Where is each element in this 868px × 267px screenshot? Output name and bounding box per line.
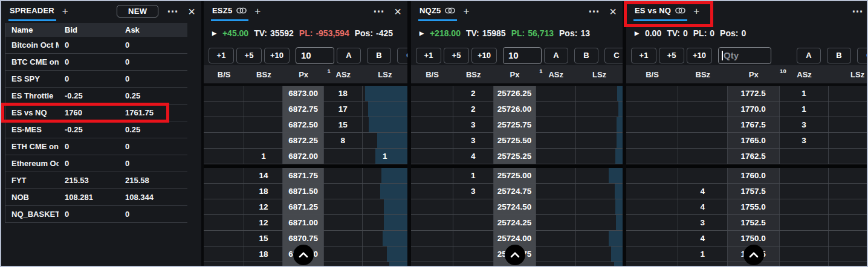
price-cell[interactable]: 6872.00	[283, 149, 323, 164]
buy-sell-cell[interactable]	[411, 246, 453, 262]
buy-sell-cell[interactable]	[626, 133, 678, 148]
bid-size-cell[interactable]: 1	[244, 149, 283, 164]
ask-size-cell[interactable]	[324, 231, 363, 246]
spreader-row[interactable]: FYT215.53215.58	[5, 172, 187, 189]
last-size-cell[interactable]	[363, 231, 407, 246]
new-spread-button[interactable]: NEW	[117, 5, 158, 18]
ask-size-cell[interactable]	[780, 246, 829, 262]
last-size-cell[interactable]	[576, 133, 623, 148]
bid-size-cell[interactable]: 3	[678, 215, 728, 230]
ask-size-cell[interactable]	[324, 149, 363, 164]
add-tab-icon[interactable]: +	[254, 6, 261, 16]
buy-sell-cell[interactable]	[411, 86, 453, 101]
price-cell[interactable]: 1767.5	[728, 117, 780, 132]
scale-a-button[interactable]: A	[337, 48, 361, 63]
ask-size-cell[interactable]	[536, 184, 577, 199]
ask-size-cell[interactable]: 17	[324, 101, 363, 117]
spreader-row[interactable]: ES SPY00	[5, 71, 187, 88]
spreader-row[interactable]: Bitcoin Oct MBT00	[5, 37, 187, 54]
price-cell[interactable]: 6872.50	[283, 117, 323, 132]
last-size-cell[interactable]	[829, 149, 868, 164]
bid-size-cell[interactable]	[453, 246, 494, 262]
spreader-row[interactable]: ES Throttle-0.250.25	[5, 88, 187, 105]
ask-size-cell[interactable]	[536, 117, 577, 132]
qty-input[interactable]	[296, 47, 334, 64]
buy-sell-cell[interactable]	[411, 149, 453, 164]
qty-plus5-button[interactable]: +5	[444, 48, 469, 63]
ask-size-cell[interactable]	[780, 199, 829, 214]
last-size-cell[interactable]	[829, 231, 868, 246]
last-size-cell[interactable]	[363, 246, 407, 262]
spreader-row[interactable]: ES vs NQ17601761.75	[5, 105, 187, 121]
close-icon[interactable]: ×	[188, 5, 195, 18]
buy-sell-cell[interactable]	[411, 199, 453, 214]
bid-size-cell[interactable]	[453, 262, 494, 266]
expander-triangle-icon[interactable]: ▶	[635, 30, 639, 36]
overflow-menu-icon[interactable]: ⋯	[167, 5, 178, 17]
price-cell[interactable]: 1752.5	[728, 215, 780, 230]
buy-sell-cell[interactable]	[204, 246, 244, 262]
price-cell[interactable]: 6871.75	[283, 168, 323, 183]
buy-sell-cell[interactable]	[411, 215, 453, 230]
last-size-cell[interactable]	[829, 117, 868, 132]
tab-nqz5[interactable]: NQZ5	[418, 1, 457, 21]
price-cell[interactable]: 1750.0	[728, 231, 780, 246]
buy-sell-cell[interactable]	[626, 199, 678, 214]
bid-size-cell[interactable]	[453, 199, 494, 214]
tab-esz5[interactable]: ESZ5	[211, 1, 248, 21]
overflow-menu-icon[interactable]: ⋯	[373, 5, 384, 17]
ask-size-cell[interactable]	[324, 184, 363, 199]
overflow-menu-icon[interactable]: ⋯	[588, 5, 600, 17]
ask-size-cell[interactable]	[536, 231, 577, 246]
ask-size-cell[interactable]	[324, 262, 363, 266]
bid-size-cell[interactable]	[678, 168, 728, 183]
ask-size-cell[interactable]	[324, 246, 363, 262]
scale-a-button[interactable]: A	[544, 48, 568, 63]
buy-sell-cell[interactable]	[204, 199, 244, 214]
price-cell[interactable]: 6871.00	[283, 215, 323, 230]
bid-size-cell[interactable]	[678, 117, 728, 132]
bid-size-cell[interactable]	[453, 215, 494, 230]
ask-size-cell[interactable]	[536, 86, 577, 101]
price-cell[interactable]: 25724.25	[494, 215, 536, 230]
ask-size-cell[interactable]	[536, 149, 577, 164]
qty-plus10-button[interactable]: +10	[687, 48, 712, 63]
ask-size-cell[interactable]	[780, 231, 829, 246]
buy-sell-cell[interactable]	[411, 168, 453, 183]
buy-sell-cell[interactable]	[204, 149, 244, 164]
buy-sell-cell[interactable]	[411, 184, 453, 199]
expander-triangle-icon[interactable]: ▶	[419, 30, 424, 36]
last-size-cell[interactable]	[363, 262, 407, 266]
ask-size-cell[interactable]	[536, 246, 577, 262]
last-size-cell[interactable]	[829, 199, 868, 214]
ask-size-cell[interactable]: 15	[324, 117, 363, 132]
last-size-cell[interactable]	[576, 199, 623, 214]
buy-sell-cell[interactable]	[204, 215, 244, 230]
bid-size-cell[interactable]	[678, 101, 728, 117]
close-icon[interactable]: ×	[394, 5, 401, 18]
bid-size-cell[interactable]	[244, 262, 283, 266]
last-size-cell[interactable]	[829, 246, 868, 262]
price-cell[interactable]: 6872.25	[283, 133, 323, 148]
scale-a-button[interactable]: A	[797, 48, 821, 63]
spreader-row[interactable]: Ethereum Oct M00	[5, 155, 187, 172]
add-tab-icon[interactable]: +	[62, 6, 68, 16]
price-cell[interactable]: 1757.5	[728, 184, 780, 199]
qty-input[interactable]	[503, 47, 542, 64]
buy-sell-cell[interactable]	[626, 215, 678, 230]
qty-plus5-button[interactable]: +5	[659, 48, 684, 63]
qty-plus1-button[interactable]: +1	[631, 48, 656, 63]
buy-sell-cell[interactable]	[411, 117, 453, 132]
bid-size-cell[interactable]: 4	[453, 149, 494, 164]
last-size-cell[interactable]	[576, 117, 623, 132]
scale-b-button[interactable]: B	[827, 48, 851, 63]
ask-size-cell[interactable]	[536, 199, 577, 214]
price-cell[interactable]: 25726.00	[494, 101, 536, 117]
buy-sell-cell[interactable]	[411, 262, 453, 266]
bid-size-cell[interactable]: 4	[678, 184, 728, 199]
spreader-row[interactable]: NQ_BASKET00	[5, 206, 187, 223]
buy-sell-cell[interactable]	[411, 101, 453, 117]
bid-size-cell[interactable]: 12	[244, 215, 283, 230]
last-size-cell[interactable]	[829, 86, 868, 101]
last-size-cell[interactable]	[576, 149, 623, 164]
